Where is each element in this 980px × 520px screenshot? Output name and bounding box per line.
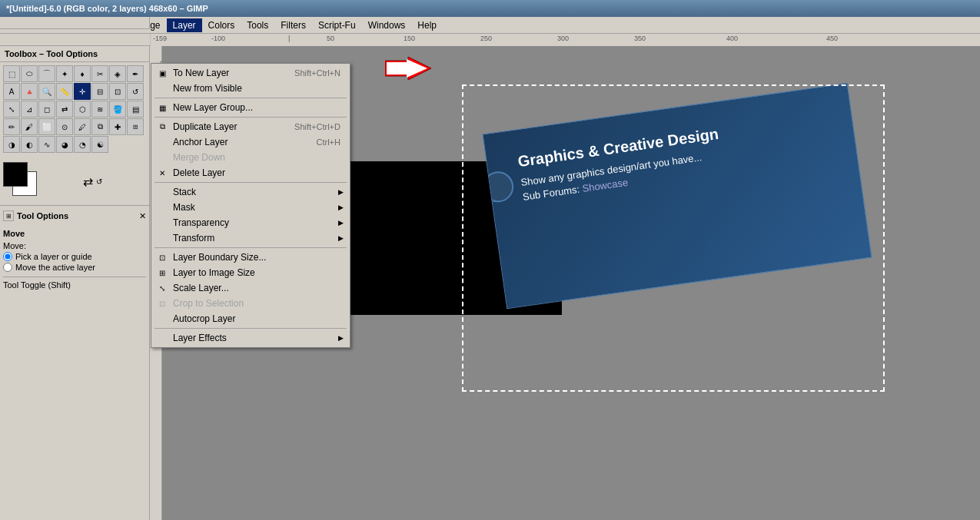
menu-tools[interactable]: Tools (241, 18, 274, 32)
menu-layer[interactable]: Layer (167, 18, 202, 32)
tool-scissors[interactable]: ✂ (91, 65, 108, 82)
radio-pick-layer-input[interactable] (3, 252, 12, 261)
tool-perspective-clone[interactable]: ⧆ (127, 118, 144, 135)
title-text: *[Untitled]-6.0 (RGB color, 2 layers) 46… (6, 4, 208, 13)
layer-menu-transparency[interactable]: Transparency (151, 215, 350, 230)
layer-menu-autocrop[interactable]: Autocrop Layer (151, 311, 350, 326)
tool-perspective[interactable]: ◻ (38, 101, 55, 118)
tool-blend[interactable]: ▤ (127, 101, 144, 118)
tool-eraser[interactable]: ⬜ (38, 118, 55, 135)
foreground-color[interactable] (3, 162, 28, 187)
tool-move[interactable]: ✛ (74, 83, 91, 100)
tool-flip[interactable]: ⇄ (56, 101, 73, 118)
layer-menu-delete[interactable]: ✕ Delete Layer (151, 165, 350, 181)
red-arrow (385, 57, 431, 84)
tool-options-icon: ⊞ (3, 210, 14, 221)
menu-filters[interactable]: Filters (274, 18, 312, 32)
menu-sep-1 (154, 98, 347, 98)
tool-paintbrush[interactable]: 🖌 (21, 118, 38, 135)
move-radio-group: Pick a layer or guide Move the active la… (3, 252, 146, 272)
tool-warp[interactable]: ≋ (91, 101, 108, 118)
tool-paths[interactable]: ✒ (127, 65, 144, 82)
menu-windows[interactable]: Windows (362, 18, 412, 32)
tool-desaturate[interactable]: ☯ (91, 136, 108, 153)
tool-toggle-label: Tool Toggle (Shift) (3, 277, 146, 290)
delete-icon: ✕ (156, 167, 168, 179)
layer-menu-duplicate[interactable]: ⧉ Duplicate Layer Shift+Ctrl+D (151, 119, 350, 134)
toolbox-colors: ⇄ ↺ (0, 159, 149, 204)
radio-move-active-input[interactable] (3, 263, 12, 272)
tool-rotate[interactable]: ↺ (127, 83, 144, 100)
layer-menu-scale[interactable]: ⤡ Scale Layer... (151, 280, 350, 296)
tool-burn[interactable]: ◔ (74, 136, 91, 153)
layer-menu-anchor[interactable]: Anchor Layer Ctrl+H (151, 134, 350, 150)
tool-crop[interactable]: ⊡ (109, 83, 126, 100)
reset-colors-icon[interactable]: ↺ (96, 177, 102, 186)
new-layer-group-icon: ▦ (156, 101, 168, 114)
ruler-corner (0, 17, 150, 29)
menu-sep-4 (154, 247, 347, 248)
swap-colors-icon[interactable]: ⇄ (83, 174, 93, 189)
toolbox: Toolbox – Tool Options ⬚ ⬭ ⌒ ✦ ♦ ✂ ◈ ✒ A… (0, 46, 150, 520)
title-bar: *[Untitled]-6.0 (RGB color, 2 layers) 46… (0, 0, 980, 17)
tool-color-picker[interactable]: 🔺 (21, 83, 38, 100)
move-section-label: Move (3, 229, 146, 238)
tool-heal[interactable]: ✚ (109, 118, 126, 135)
layer-menu-mask[interactable]: Mask (151, 200, 350, 215)
boundary-size-icon: ⊡ (156, 251, 168, 263)
menu-sep-5 (154, 328, 347, 329)
tool-text[interactable]: A (3, 83, 20, 100)
tool-options-close[interactable]: ✕ (139, 211, 146, 221)
layer-menu-to-new-layer[interactable]: ▣ To New Layer Shift+Ctrl+N (151, 65, 350, 81)
move-options: Move Move: Pick a layer or guide Move th… (0, 226, 149, 293)
layer-menu-to-image-size[interactable]: ⊞ Layer to Image Size (151, 265, 350, 280)
tool-ink[interactable]: 🖊 (74, 118, 91, 135)
radio-pick-layer-label: Pick a layer or guide (15, 252, 92, 261)
menu-sep-2 (154, 117, 347, 118)
tool-airbrush[interactable]: ⊙ (56, 118, 73, 135)
menu-colors[interactable]: Colors (202, 18, 241, 32)
layer-menu-effects[interactable]: Layer Effects (151, 330, 350, 346)
tool-rect-select[interactable]: ⬚ (3, 65, 20, 82)
to-new-layer-icon: ▣ (156, 67, 168, 79)
layer-menu-new-layer-group[interactable]: ▦ New Layer Group... (151, 100, 350, 115)
tool-bucket-fill[interactable]: 🪣 (109, 101, 126, 118)
tool-measure[interactable]: 📏 (56, 83, 73, 100)
tool-dodge[interactable]: ◕ (56, 136, 73, 153)
crop-icon: ⊡ (156, 297, 168, 310)
tool-fuzzy-select[interactable]: ✦ (56, 65, 73, 82)
toolbox-header: Toolbox – Tool Options (0, 46, 149, 62)
tool-shear[interactable]: ⊿ (21, 101, 38, 118)
tool-smudge[interactable]: ∿ (38, 136, 55, 153)
layer-menu-transform[interactable]: Transform (151, 230, 350, 246)
tool-magnify[interactable]: 🔍 (38, 83, 55, 100)
tool-fg-select[interactable]: ◈ (109, 65, 126, 82)
menu-script-fu[interactable]: Script-Fu (312, 18, 362, 32)
to-image-size-icon: ⊞ (156, 267, 168, 279)
radio-move-active-label: Move the active layer (15, 263, 95, 272)
color-box (3, 162, 42, 200)
image-title: Graphics & Creative Design Show any grap… (517, 125, 724, 203)
tool-cage[interactable]: ⬡ (74, 101, 91, 118)
menu-help[interactable]: Help (411, 18, 443, 32)
tool-align[interactable]: ⊟ (91, 83, 108, 100)
menu-sep-3 (154, 182, 347, 183)
layer-menu-crop-to-selection: ⊡ Crop to Selection (151, 296, 350, 311)
tool-free-select[interactable]: ⌒ (38, 65, 55, 82)
scale-icon: ⤡ (156, 282, 168, 294)
tool-select-color[interactable]: ♦ (74, 65, 91, 82)
layer-menu-dropdown: ▣ To New Layer Shift+Ctrl+N New from Vis… (151, 63, 350, 348)
layer-menu-stack[interactable]: Stack (151, 184, 350, 200)
tool-ellipse-select[interactable]: ⬭ (21, 65, 38, 82)
tool-clone[interactable]: ⧉ (91, 118, 108, 135)
radio-pick-layer[interactable]: Pick a layer or guide (3, 252, 146, 261)
radio-move-active[interactable]: Move the active layer (3, 263, 146, 272)
main-layout: Toolbox – Tool Options ⬚ ⬭ ⌒ ✦ ♦ ✂ ◈ ✒ A… (0, 46, 980, 520)
tool-pencil[interactable]: ✏ (3, 118, 20, 135)
tool-scale[interactable]: ⤡ (3, 101, 20, 118)
tool-blur[interactable]: ◑ (3, 136, 20, 153)
layer-menu-new-from-visible[interactable]: New from Visible (151, 81, 350, 96)
tool-sharpen[interactable]: ◐ (21, 136, 38, 153)
tool-grid: ⬚ ⬭ ⌒ ✦ ♦ ✂ ◈ ✒ A 🔺 🔍 📏 ✛ ⊟ ⊡ ↺ ⤡ ⊿ ◻ ⇄ … (0, 62, 149, 156)
layer-menu-boundary-size[interactable]: ⊡ Layer Boundary Size... (151, 250, 350, 265)
